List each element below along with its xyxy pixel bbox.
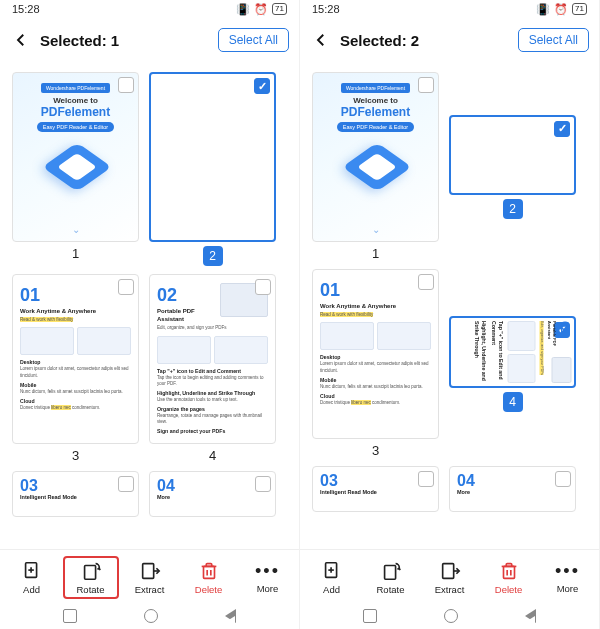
page-cell[interactable]: 03 Intelligent Read Mode (312, 466, 439, 512)
page-number: 1 (372, 246, 379, 261)
screen-left: 15:28 📳 ⏰ 71 Selected: 1 Select All Wond… (0, 0, 300, 629)
welcome-text: Welcome to (353, 96, 398, 105)
back-button[interactable] (310, 29, 332, 51)
cube-graphic (46, 138, 106, 198)
grid-row: Wondershare PDFelement Welcome to PDFele… (312, 72, 587, 261)
status-bar: 15:28 📳 ⏰ 71 (300, 0, 599, 18)
alarm-icon: ⏰ (554, 3, 568, 16)
svg-rect-12 (384, 566, 395, 580)
page-checkbox[interactable] (254, 78, 270, 94)
more-button[interactable]: ••• More (541, 558, 595, 597)
page-number: 2 (503, 199, 523, 219)
page-thumbnail-5[interactable]: 03 Intelligent Read Mode (312, 466, 439, 512)
chevron-down-icon: ⌄ (372, 224, 380, 235)
rotate-button[interactable]: Rotate (364, 557, 418, 598)
grid-row: 03 Intelligent Read Mode 04 More (12, 471, 287, 517)
page-checkbox[interactable] (255, 476, 271, 492)
page-thumbnail-6[interactable]: 04 More (449, 466, 576, 512)
svg-rect-13 (442, 564, 453, 579)
recent-apps-button[interactable] (363, 609, 377, 623)
content-images (157, 336, 268, 364)
pdfelement-logo-badge: Wondershare PDFelement (41, 83, 110, 93)
page-checkbox[interactable] (418, 471, 434, 487)
welcome-text: Welcome to (53, 96, 98, 105)
page-cell[interactable]: Wondershare PDFelement Welcome to PDFele… (12, 72, 139, 266)
page-checkbox[interactable] (255, 279, 271, 295)
add-button[interactable]: Add (5, 557, 59, 598)
page-number: 3 (72, 448, 79, 463)
page-thumbnail-4[interactable]: 02 Portable PDF Assistant Edit, organize… (149, 274, 276, 444)
pdfelement-logo-badge: Wondershare PDFelement (341, 83, 410, 93)
page-thumbnail-2[interactable] (149, 72, 276, 242)
page-content-heading: Work Anytime & Anywhere (20, 307, 131, 315)
page-cell[interactable]: 2 (449, 72, 576, 261)
select-all-button[interactable]: Select All (518, 28, 589, 52)
grid-row: 01 Work Anytime & Anywhere Read & work w… (12, 274, 287, 463)
rotate-button[interactable]: Rotate (64, 557, 118, 598)
app-bar: Selected: 1 Select All (0, 18, 299, 62)
status-icons: 📳 ⏰ 71 (236, 3, 287, 16)
page-content-number: 01 (20, 283, 131, 307)
page-thumbnail-3[interactable]: 01 Work Anytime & Anywhere Read & work w… (12, 274, 139, 444)
extract-button[interactable]: Extract (423, 557, 477, 598)
page-thumbnail-4-rotated[interactable]: 02 Portable PDF Assistant Edit, organize… (449, 316, 576, 388)
content-images (20, 327, 131, 355)
rotated-content: 02 Portable PDF Assistant Edit, organize… (449, 316, 576, 388)
page-cell[interactable]: 2 (149, 72, 276, 266)
page-checkbox[interactable] (418, 77, 434, 93)
page-cell[interactable]: 04 More (449, 466, 576, 512)
alarm-icon: ⏰ (254, 3, 268, 16)
cube-graphic (346, 138, 406, 198)
extract-button[interactable]: Extract (123, 557, 177, 598)
page-thumbnail-5[interactable]: 03 Intelligent Read Mode (12, 471, 139, 517)
page-thumbnail-3[interactable]: 01 Work Anytime & Anywhere Read & work w… (312, 269, 439, 439)
screen-right: 15:28 📳 ⏰ 71 Selected: 2 Select All Wond… (300, 0, 600, 629)
page-cell[interactable]: 01 Work Anytime & Anywhere Read & work w… (12, 274, 139, 463)
status-icons: 📳 ⏰ 71 (536, 3, 587, 16)
selection-title: Selected: 1 (40, 32, 210, 49)
grid-row: 03 Intelligent Read Mode 04 More (312, 466, 587, 512)
delete-button[interactable]: Delete (182, 557, 236, 598)
tagline-text: Easy PDF Reader & Editor (337, 122, 414, 132)
delete-button[interactable]: Delete (482, 557, 536, 598)
page-thumbnail-6[interactable]: 04 More (149, 471, 276, 517)
page-cell[interactable]: 02 Portable PDF Assistant Edit, organize… (149, 274, 276, 463)
back-button[interactable] (10, 29, 32, 51)
page-thumbnail-2[interactable] (449, 115, 576, 195)
more-icon: ••• (555, 561, 580, 581)
page-checkbox[interactable] (554, 121, 570, 137)
page-checkbox[interactable] (555, 471, 571, 487)
page-checkbox[interactable] (418, 274, 434, 290)
page-checkbox[interactable] (118, 77, 134, 93)
page-cell[interactable]: 03 Intelligent Read Mode (12, 471, 139, 517)
battery-icon: 71 (272, 3, 287, 15)
svg-rect-3 (84, 566, 95, 580)
select-all-button[interactable]: Select All (218, 28, 289, 52)
page-thumbnail-1[interactable]: Wondershare PDFelement Welcome to PDFele… (312, 72, 439, 242)
home-button[interactable] (144, 609, 158, 623)
page-cell[interactable]: Wondershare PDFelement Welcome to PDFele… (312, 72, 439, 261)
page-grid: Wondershare PDFelement Welcome to PDFele… (0, 62, 299, 549)
selection-title: Selected: 2 (340, 32, 510, 49)
vibrate-icon: 📳 (536, 3, 550, 16)
system-nav-bar (0, 603, 299, 629)
back-nav-button[interactable] (225, 609, 236, 623)
page-cell[interactable]: 02 Portable PDF Assistant Edit, organize… (449, 269, 576, 458)
add-button[interactable]: Add (305, 557, 359, 598)
page-cell[interactable]: 01 Work Anytime & Anywhere Read & work w… (312, 269, 439, 458)
page-number: 1 (72, 246, 79, 261)
svg-rect-14 (503, 566, 514, 578)
home-button[interactable] (444, 609, 458, 623)
back-nav-button[interactable] (525, 609, 536, 623)
battery-icon: 71 (572, 3, 587, 15)
page-checkbox[interactable] (118, 279, 134, 295)
recent-apps-button[interactable] (63, 609, 77, 623)
page-cell[interactable]: 04 More (149, 471, 276, 517)
page-number: 3 (372, 443, 379, 458)
vibrate-icon: 📳 (236, 3, 250, 16)
brand-text: PDFelement (341, 105, 410, 119)
page-thumbnail-1[interactable]: Wondershare PDFelement Welcome to PDFele… (12, 72, 139, 242)
more-button[interactable]: ••• More (241, 558, 295, 597)
system-nav-bar (300, 603, 599, 629)
page-checkbox[interactable] (118, 476, 134, 492)
